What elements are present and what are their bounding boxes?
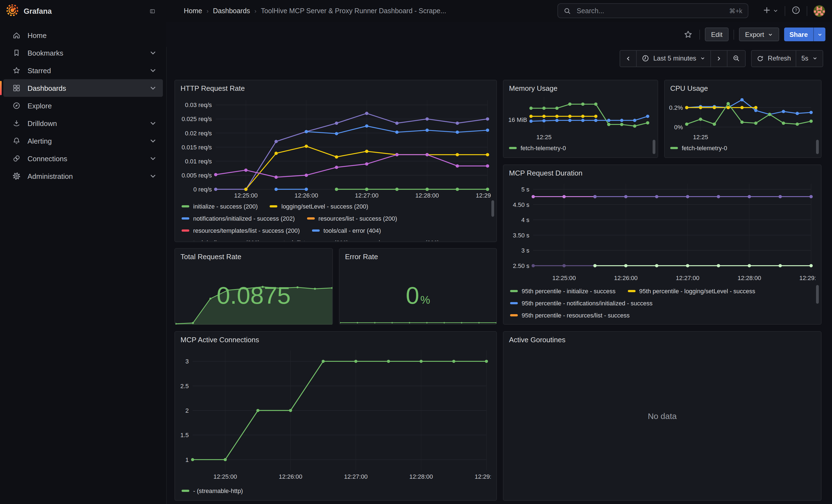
sidebar-item-bookmarks[interactable]: Bookmarks: [3, 44, 163, 62]
legend-label: tools/call - success (200): [193, 239, 260, 241]
error-rate-sparkline: [340, 312, 496, 324]
legend-item[interactable]: notifications/initialized - success (202…: [182, 215, 295, 222]
chevron-right-icon: [716, 55, 722, 61]
legend-item[interactable]: tools/list - success (200): [272, 239, 348, 241]
chevron-down-icon[interactable]: [149, 136, 157, 145]
zoom-out-icon: [733, 54, 740, 62]
legend-item[interactable]: logging/setLevel - success (200): [270, 203, 368, 210]
sidebar-item-label: Home: [27, 31, 163, 39]
chevron-down-icon[interactable]: [149, 48, 157, 57]
total-request-rate-value: 0.0875: [175, 282, 332, 309]
chevron-down-icon[interactable]: [149, 119, 157, 128]
legend-item[interactable]: 95th percentile - initialize - success: [510, 288, 616, 294]
sidebar-item-explore[interactable]: Explore: [3, 97, 163, 114]
svg-text:3.50 s: 3.50 s: [513, 232, 529, 239]
legend-item[interactable]: 95th percentile - resources/list - succe…: [510, 312, 630, 319]
star-dashboard-button[interactable]: [682, 28, 695, 41]
sidebar-item-drilldown[interactable]: Drilldown: [3, 114, 163, 132]
legend-item[interactable]: unknown - success (200): [360, 239, 439, 241]
bookmark-icon: [12, 48, 21, 57]
legend-label: 95th percentile - initialize - success: [522, 288, 616, 294]
legend-label: unknown - success (200): [372, 239, 439, 241]
legend-item[interactable]: fetch-telemetry-0: [509, 145, 566, 151]
connections-icon: [12, 154, 21, 163]
error-rate-unit: %: [420, 294, 430, 307]
divider: [700, 29, 700, 39]
panel-title[interactable]: HTTP Request Rate: [181, 84, 245, 92]
export-button[interactable]: Export: [739, 27, 779, 41]
http-legend: initialize - success (200)logging/setLev…: [182, 200, 483, 241]
legend-color-chip: [182, 217, 189, 219]
refresh-button[interactable]: Refresh: [752, 50, 796, 66]
legend-item[interactable]: 95th percentile - logging/setLevel - suc…: [628, 288, 755, 294]
legend-item[interactable]: - (streamable-http): [182, 487, 243, 494]
svg-text:12:25:00: 12:25:00: [552, 274, 576, 282]
legend-item[interactable]: resources/list - success (200): [307, 215, 397, 222]
sidebar-item-home[interactable]: Home: [3, 26, 163, 44]
time-range-picker[interactable]: Last 5 minutes: [636, 50, 710, 66]
panel-title[interactable]: CPU Usage: [670, 84, 708, 92]
divider: [785, 6, 785, 16]
brand[interactable]: Grafana: [7, 0, 52, 22]
brand-name: Grafana: [24, 7, 52, 15]
legend-item[interactable]: tools/call - success (200): [182, 239, 260, 241]
chevron-down-icon[interactable]: [149, 172, 157, 181]
panel-title[interactable]: MCP Request Duration: [509, 169, 582, 177]
http-request-rate-chart[interactable]: 12:25:0012:26:0012:27:0012:28:0012:29:00…: [178, 96, 491, 200]
sidebar-item-dashboards[interactable]: Dashboards: [3, 79, 163, 97]
sidebar-item-administration[interactable]: Administration: [3, 167, 163, 185]
refresh-interval-picker[interactable]: 5s: [796, 50, 823, 66]
legend-scrollbar[interactable]: [816, 140, 819, 154]
chevron-down-icon[interactable]: [149, 66, 157, 75]
legend-scrollbar[interactable]: [816, 285, 819, 304]
legend-item[interactable]: fetch-telemetry-0: [670, 145, 727, 151]
mcp-active-connections-chart[interactable]: 12:25:0012:26:0012:27:0012:28:0012:29:00…: [178, 346, 491, 482]
legend-item[interactable]: 95th percentile - notifications/initiali…: [510, 300, 653, 307]
search-box[interactable]: ⌘+k: [557, 3, 748, 18]
legend-color-chip: [509, 147, 517, 149]
svg-text:12:27:00: 12:27:00: [355, 192, 379, 199]
sidebar-item-alerting[interactable]: Alerting: [3, 132, 163, 150]
time-shift-back-button[interactable]: [620, 50, 636, 66]
user-avatar[interactable]: [812, 4, 827, 18]
help-button[interactable]: ?: [790, 4, 802, 18]
share-button[interactable]: Share: [784, 27, 813, 41]
search-shortcut: ⌘+k: [729, 7, 742, 15]
memory-usage-chart[interactable]: 12:2516 MiB: [506, 94, 652, 141]
svg-text:0.015 req/s: 0.015 req/s: [182, 144, 212, 151]
edit-button[interactable]: Edit: [705, 27, 729, 41]
gear-icon: [12, 172, 21, 181]
add-new-button[interactable]: [761, 5, 780, 17]
breadcrumb-dashboards[interactable]: Dashboards: [213, 7, 250, 15]
legend-item[interactable]: resources/templates/list - success (200): [182, 227, 300, 234]
legend-scrollbar[interactable]: [491, 200, 494, 217]
svg-text:0 req/s: 0 req/s: [193, 186, 212, 193]
mcp-request-duration-chart[interactable]: 12:25:0012:26:0012:27:0012:28:0012:29:00…: [507, 179, 815, 283]
legend-scrollbar[interactable]: [653, 140, 655, 154]
svg-text:12:26:00: 12:26:00: [614, 274, 638, 282]
panel-title[interactable]: Total Request Rate: [181, 253, 241, 261]
panel-title[interactable]: Active Goroutines: [509, 336, 565, 344]
legend-item[interactable]: initialize - success (200): [182, 203, 258, 210]
search-input[interactable]: [576, 6, 725, 15]
legend-item[interactable]: tools/call - error (404): [312, 227, 381, 234]
panel-title[interactable]: Memory Usage: [509, 84, 557, 92]
sidebar-item-starred[interactable]: Starred: [3, 62, 163, 79]
chevron-down-icon[interactable]: [149, 154, 157, 163]
panel-mcp-active-connections: MCP Active Connections 12:25:0012:26:001…: [175, 331, 497, 501]
zoom-out-button[interactable]: [727, 50, 745, 66]
panel-title[interactable]: MCP Active Connections: [181, 336, 259, 344]
breadcrumb-current: ToolHive MCP Server & Proxy Runner Dashb…: [261, 7, 446, 15]
svg-text:4 s: 4 s: [521, 216, 529, 223]
legend-label: tools/call - error (404): [323, 227, 381, 234]
chevron-down-icon[interactable]: [149, 84, 157, 92]
sidebar-collapse-icon[interactable]: [146, 5, 158, 17]
sidebar-item-connections[interactable]: Connections: [3, 150, 163, 167]
error-rate-value: 0%: [339, 282, 496, 309]
legend-color-chip: [510, 290, 518, 292]
share-options-button[interactable]: [813, 27, 825, 41]
panel-title[interactable]: Error Rate: [345, 253, 378, 261]
breadcrumb-home[interactable]: Home: [184, 7, 202, 15]
cpu-usage-chart[interactable]: 12:250.2%0%: [667, 94, 815, 141]
time-shift-forward-button[interactable]: [711, 50, 727, 66]
